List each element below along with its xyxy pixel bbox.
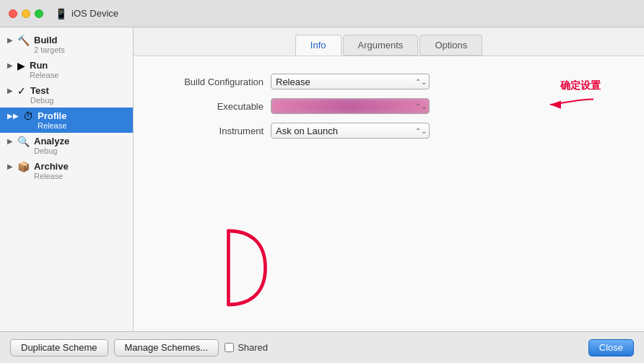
close-button[interactable]: Close [588,339,634,357]
build-icon: 🔨 [17,35,30,46]
form-area: 确定设置 Build Configuration [134,56,644,331]
annotation-wrapper: 确定设置 [543,79,601,115]
run-text: Run Release [30,60,58,79]
analyze-label: Analyze [34,136,69,146]
run-icon: ▶ [17,60,25,71]
detail-panel: Info Arguments Options 确定设置 [134,27,644,331]
analyze-icon: 🔍 [17,136,30,147]
instrument-label: Instrument [155,126,271,136]
profile-label: Profile [38,110,66,121]
tab-arguments[interactable]: Arguments [343,35,419,56]
executable-control: ⌃⌄ [271,98,430,114]
build-config-label: Build Configuration [155,76,271,87]
build-config-select[interactable]: Release Debug [271,74,430,89]
sidebar: ▶ 🔨 Build 2 targets ▶ ▶ Run Release ▶ ✓ … [0,27,134,331]
tab-options[interactable]: Options [419,35,482,56]
build-config-control: Release Debug ⌃⌄ [271,74,430,89]
sidebar-item-archive[interactable]: ▶ 📦 Archive Release [0,158,133,183]
test-text: Test Debug [30,85,53,105]
analyze-sub: Debug [34,146,69,155]
archive-label: Archive [34,161,69,172]
shared-label: Shared [238,342,268,353]
expand-arrow-build: ▶ [7,36,13,44]
build-text: Build 2 targets [34,35,65,54]
executable-field[interactable] [271,98,430,114]
titlebar-text: 📱 iOS Device [55,8,118,19]
arrow-icon [543,94,601,115]
archive-icon: 📦 [17,161,30,172]
hand-drawn-d-icon [206,221,278,315]
instrument-control: Ask on Launch Allocations Leaks Time Pro… [271,123,430,139]
profile-text: Profile Release [38,110,66,130]
archive-sub: Release [34,172,69,180]
annotation-text: 确定设置 [543,79,601,92]
shared-checkbox[interactable] [225,343,234,352]
sidebar-item-test[interactable]: ▶ ✓ Test Debug [0,82,133,108]
sidebar-item-analyze[interactable]: ▶ 🔍 Analyze Debug [0,133,133,158]
run-label: Run [30,60,58,71]
tab-info[interactable]: Info [295,35,341,56]
expand-arrow-run: ▶ [7,61,13,69]
build-label: Build [34,35,65,45]
device-icon: 📱 [55,8,67,19]
test-label: Test [30,85,53,96]
main-content: ▶ 🔨 Build 2 targets ▶ ▶ Run Release ▶ ✓ … [0,27,644,331]
instrument-select[interactable]: Ask on Launch Allocations Leaks Time Pro… [271,123,430,139]
bottom-bar: Duplicate Scheme Manage Schemes... Share… [0,331,644,363]
titlebar: 📱 iOS Device [0,0,644,27]
duplicate-scheme-button[interactable]: Duplicate Scheme [10,339,108,357]
expand-arrow-archive: ▶ [7,162,13,170]
traffic-lights [9,9,43,18]
instrument-row: Instrument Ask on Launch Allocations Lea… [155,123,622,139]
expand-arrow-analyze: ▶ [7,137,13,145]
executable-blur [271,99,429,113]
test-sub: Debug [30,96,53,105]
sidebar-item-build[interactable]: ▶ 🔨 Build 2 targets [0,32,133,57]
executable-select-wrapper[interactable]: ⌃⌄ [271,98,430,114]
profile-sub: Release [38,121,66,130]
executable-label: Executable [155,101,271,112]
manage-schemes-button[interactable]: Manage Schemes... [114,339,219,357]
annotation-arrow [543,94,601,115]
build-sub: 2 targets [34,45,65,54]
tab-bar: Info Arguments Options [134,27,644,56]
shared-checkbox-wrapper: Shared [225,342,268,353]
expand-arrow-profile: ▶▶ [7,112,19,120]
archive-text: Archive Release [34,161,69,180]
drawing-area [206,221,278,317]
sidebar-item-run[interactable]: ▶ ▶ Run Release [0,57,133,82]
maximize-button[interactable] [35,9,43,18]
instrument-select-wrapper[interactable]: Ask on Launch Allocations Leaks Time Pro… [271,123,430,139]
build-config-select-wrapper[interactable]: Release Debug ⌃⌄ [271,74,430,89]
close-button[interactable] [9,9,17,18]
run-sub: Release [30,71,58,79]
analyze-text: Analyze Debug [34,136,69,155]
test-icon: ✓ [17,85,26,97]
expand-arrow-test: ▶ [7,87,13,95]
device-label: iOS Device [71,8,118,19]
profile-icon: ⏱ [23,110,33,122]
minimize-button[interactable] [22,9,30,18]
sidebar-item-profile[interactable]: ▶▶ ⏱ Profile Release [0,108,133,133]
